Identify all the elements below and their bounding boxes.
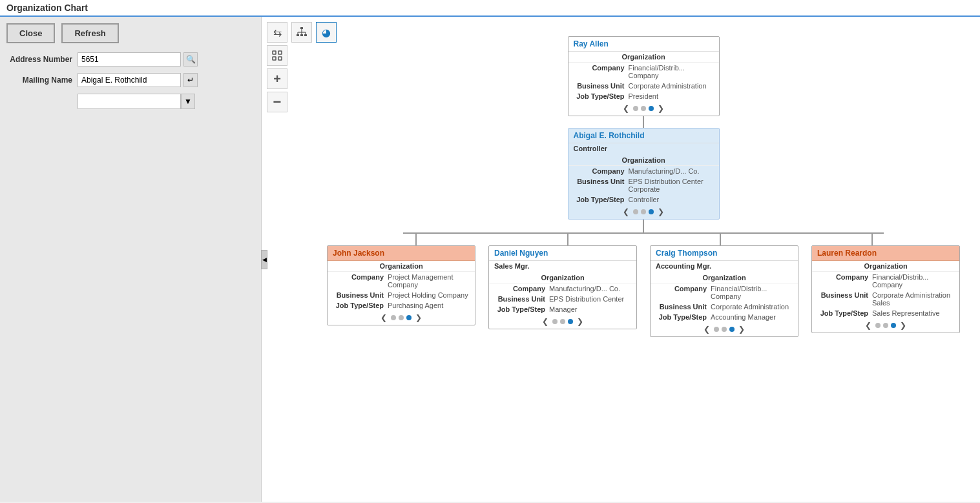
svg-rect-2 <box>300 34 303 36</box>
card-row-job-craig: Job Type/Step Accounting Manager <box>651 312 798 322</box>
dot-2-daniel <box>560 319 565 324</box>
card-row-company-ray: Company Financial/Distrib... Company <box>568 63 719 81</box>
card-subtitle-abigal: Controller <box>568 143 719 155</box>
fit-button[interactable] <box>267 45 287 66</box>
address-number-input-wrap: 🔍 <box>78 52 198 67</box>
card-row-job-abigal: Job Type/Step Controller <box>568 194 719 205</box>
dot-1-daniel <box>552 319 558 324</box>
nav-next-craig[interactable]: ❯ <box>737 325 746 334</box>
card-nav-craig: ❮ ❯ <box>651 322 798 336</box>
toolbar-row-2 <box>267 45 337 66</box>
v-drop-1 <box>415 232 417 245</box>
card-row-job-lauren: Job Type/Step Sales Representative <box>812 308 959 318</box>
card-header-abigal: Abigal E. Rothchild <box>568 128 719 143</box>
v-drop-3 <box>720 232 721 245</box>
org-chart-container[interactable]: Ray Allen Organization Company Financial… <box>307 17 980 502</box>
refresh-button[interactable]: Refresh <box>61 23 118 43</box>
page-title: Organization Chart <box>0 0 980 17</box>
org-chart-button[interactable] <box>291 22 312 43</box>
dropdown-input[interactable] <box>78 94 181 109</box>
zoom-out-button[interactable]: − <box>267 92 287 112</box>
card-row-company-abigal: Company Manufacturing/D... Co. <box>568 166 719 176</box>
card-row-bu-daniel: Business Unit EPS Distribution Center <box>489 294 636 304</box>
card-nav-daniel: ❮ ❯ <box>489 314 636 329</box>
swap-view-button[interactable]: ⇆ <box>267 22 287 43</box>
dot-1-abigal <box>633 209 638 214</box>
dot-2-lauren <box>883 323 888 328</box>
card-row-bu-abigal: Business Unit EPS Distribution Center Co… <box>568 176 719 194</box>
card-section-title-lauren: Organization <box>812 261 959 272</box>
nav-prev-lauren[interactable]: ❮ <box>864 321 873 330</box>
enter-icon[interactable]: ↵ <box>183 73 198 87</box>
card-john-jackson[interactable]: John Jackson Organization Company Projec… <box>327 245 475 325</box>
dot-3-daniel <box>568 319 573 324</box>
card-section-title-abigal: Organization <box>568 155 719 166</box>
toolbar-row-1: ⇆ ◕ <box>267 22 337 43</box>
collapse-handle[interactable]: ◀ <box>261 250 267 269</box>
v-drop-2 <box>567 232 568 245</box>
nav-prev-craig[interactable]: ❮ <box>702 325 711 334</box>
left-panel: Close Refresh Address Number 🔍 Mailing N… <box>0 17 262 502</box>
card-abigal[interactable]: Abigal E. Rothchild Controller Organizat… <box>568 128 720 220</box>
address-number-label: Address Number <box>6 55 78 64</box>
card-header-craig: Craig Thompson <box>651 246 798 261</box>
svg-rect-0 <box>300 27 303 29</box>
nav-next-abigal[interactable]: ❯ <box>656 207 665 216</box>
card-daniel-nguyen[interactable]: Daniel Nguyen Sales Mgr. Organization Co… <box>488 245 637 329</box>
toolbar-row-4: − <box>267 92 337 112</box>
level-1: Ray Allen Organization Company Financial… <box>568 36 720 116</box>
card-header-john: John Jackson <box>328 246 475 261</box>
card-row-bu-ray: Business Unit Corporate Administration <box>568 81 719 91</box>
svg-rect-9 <box>273 51 276 54</box>
card-header-daniel: Daniel Nguyen <box>489 246 636 261</box>
svg-rect-3 <box>304 34 307 36</box>
card-ray-allen[interactable]: Ray Allen Organization Company Financial… <box>568 36 720 116</box>
close-button[interactable]: Close <box>6 23 55 43</box>
org-chart-inner: Ray Allen Organization Company Financial… <box>307 17 980 350</box>
chart-area: ⇆ ◕ <box>262 17 980 502</box>
address-number-input[interactable] <box>78 52 181 67</box>
toolbar-row-3: + <box>267 68 337 89</box>
zoom-in-button[interactable]: + <box>267 68 287 89</box>
dot-1-john <box>391 315 396 320</box>
nav-next-john[interactable]: ❯ <box>414 313 423 322</box>
dot-3-john <box>406 315 412 320</box>
card-section-title-ray-allen: Organization <box>568 52 719 63</box>
dot-3-abigal <box>649 209 654 214</box>
card-row-job-ray: Job Type/Step President <box>568 91 719 101</box>
card-subtitle-daniel: Sales Mgr. <box>489 261 636 272</box>
v-drop-4 <box>871 232 873 245</box>
nav-prev-daniel[interactable]: ❮ <box>541 317 550 326</box>
svg-rect-1 <box>297 34 299 36</box>
dropdown-arrow-icon[interactable]: ▼ <box>181 94 195 109</box>
card-section-title-craig: Organization <box>651 272 798 283</box>
card-craig-thompson[interactable]: Craig Thompson Accounting Mgr. Organizat… <box>650 245 798 337</box>
nav-next-lauren[interactable]: ❯ <box>899 321 908 330</box>
compass-button[interactable]: ◕ <box>316 22 337 43</box>
dot-1-craig <box>714 327 719 332</box>
h-bar <box>403 232 884 234</box>
children-connector-wrap <box>327 220 960 245</box>
search-icon[interactable]: 🔍 <box>183 52 198 67</box>
nav-prev-ray[interactable]: ❮ <box>621 104 631 113</box>
dot-1-ray <box>633 106 638 111</box>
address-number-row: Address Number 🔍 <box>6 52 255 67</box>
svg-rect-10 <box>278 51 282 54</box>
children-row: John Jackson Organization Company Projec… <box>327 245 960 337</box>
button-row: Close Refresh <box>6 23 255 43</box>
card-lauren-reardon[interactable]: Lauren Reardon Organization Company Fina… <box>811 245 960 333</box>
nav-next-ray[interactable]: ❯ <box>656 104 665 113</box>
mailing-name-input-wrap: ↵ <box>78 73 198 87</box>
card-row-job-john: Job Type/Step Purchasing Agent <box>328 300 475 311</box>
mailing-name-input[interactable] <box>78 73 181 87</box>
card-row-bu-craig: Business Unit Corporate Administration <box>651 302 798 312</box>
tree-root: Ray Allen Organization Company Financial… <box>320 30 967 337</box>
svg-rect-11 <box>273 57 276 60</box>
dot-1-lauren <box>875 323 881 328</box>
card-row-company-craig: Company Financial/Distrib... Company <box>651 283 798 302</box>
dot-2-craig <box>722 327 727 332</box>
nav-prev-abigal[interactable]: ❮ <box>621 207 631 216</box>
nav-prev-john[interactable]: ❮ <box>379 313 388 322</box>
card-nav-john: ❮ ❯ <box>328 311 475 325</box>
nav-next-daniel[interactable]: ❯ <box>576 317 585 326</box>
